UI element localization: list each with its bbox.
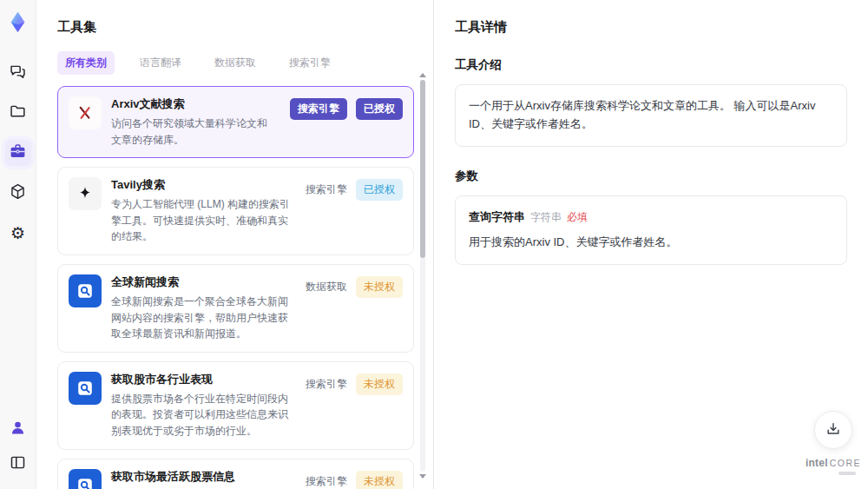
download-icon bbox=[825, 420, 842, 440]
app-window: ⚙ 工 bbox=[0, 0, 868, 489]
tool-title: Arxiv文献搜索 bbox=[111, 96, 275, 112]
category-tabs: 所有类别 语言翻译 数据获取 搜索引擎 bbox=[57, 51, 414, 75]
tool-card[interactable]: 获取股市各行业表现 提供股票市场各个行业在特定时间段内的表现。投资者可以利用这些… bbox=[57, 361, 414, 450]
brand-core-text: CORE bbox=[830, 458, 861, 468]
category-tab[interactable]: 语言翻译 bbox=[132, 51, 189, 75]
news-search-icon bbox=[69, 372, 102, 405]
brand-intel-text: intel bbox=[806, 457, 828, 469]
auth-status-badge: 未授权 bbox=[356, 471, 403, 489]
category-badge: 搜索引擎 bbox=[306, 182, 347, 197]
sparkle-icon bbox=[69, 177, 102, 210]
tool-detail-panel: 工具详情 工具介绍 一个用于从Arxiv存储库搜索科学论文和文章的工具。 输入可… bbox=[434, 0, 868, 489]
intro-text: 一个用于从Arxiv存储库搜索科学论文和文章的工具。 输入可以是Arxiv ID… bbox=[469, 99, 815, 130]
category-badge: 数据获取 bbox=[306, 280, 347, 294]
gear-icon: ⚙ bbox=[10, 225, 25, 241]
auth-status-badge: 未授权 bbox=[356, 276, 403, 298]
sidebar-item-plugins[interactable] bbox=[5, 180, 31, 206]
tool-description: 访问各个研究领域大量科学论文和文章的存储库。 bbox=[111, 116, 275, 148]
sidebar-item-files[interactable] bbox=[5, 100, 31, 126]
download-button[interactable] bbox=[814, 411, 852, 449]
intel-core-logo: intelCORE bbox=[806, 457, 858, 475]
scrollbar[interactable] bbox=[420, 73, 425, 479]
tool-description: 全球新闻搜索是一个聚合全球各大新闻网站内容的搜索引擎，帮助用户快速获取全球最新资… bbox=[111, 294, 291, 342]
sidebar-nav: ⚙ bbox=[5, 60, 31, 246]
news-search-icon bbox=[69, 274, 102, 307]
page-title: 工具集 bbox=[57, 19, 414, 36]
tool-description: 提供股票市场各个行业在特定时间段内的表现。投资者可以利用这些信息来识别表现优于或… bbox=[111, 391, 291, 439]
sidebar: ⚙ bbox=[0, 0, 36, 489]
tool-title: 获取股市各行业表现 bbox=[111, 372, 291, 387]
folder-icon bbox=[9, 102, 27, 123]
param-type: 字符串 bbox=[530, 211, 562, 223]
tool-title: Tavily搜索 bbox=[111, 177, 291, 193]
tool-title: 获取市场最活跃股票信息 bbox=[111, 469, 291, 485]
param-name: 查询字符串 bbox=[469, 210, 525, 223]
param-header: 查询字符串字符串必填 bbox=[469, 208, 833, 227]
scrollbar-thumb[interactable] bbox=[420, 80, 425, 258]
category-badge: 搜索引擎 bbox=[290, 98, 347, 120]
detail-title: 工具详情 bbox=[455, 19, 847, 36]
panel-toggle-icon bbox=[9, 453, 27, 474]
app-logo-icon bbox=[6, 10, 30, 34]
tool-title: 全球新闻搜索 bbox=[111, 274, 291, 290]
tool-card[interactable]: Tavily搜索 专为人工智能代理 (LLM) 构建的搜索引擎工具。可快速提供实… bbox=[57, 167, 414, 255]
param-required-badge: 必填 bbox=[567, 211, 588, 223]
scroll-down-arrow-icon[interactable] bbox=[419, 474, 426, 479]
tool-card[interactable]: 获取市场最活跃股票信息 提供当天交易量最高的股票列表。投资者可以利用这些信息来识… bbox=[57, 459, 414, 489]
auth-status-badge: 已授权 bbox=[356, 98, 403, 120]
cube-icon bbox=[9, 182, 27, 203]
sidebar-item-tools[interactable] bbox=[5, 140, 31, 166]
category-tab[interactable]: 所有类别 bbox=[57, 51, 115, 75]
auth-status-badge: 已授权 bbox=[356, 179, 403, 201]
brand-ultra-mark bbox=[838, 472, 856, 475]
scroll-up-arrow-icon[interactable] bbox=[419, 73, 426, 77]
param-box: 查询字符串字符串必填 用于搜索的Arxiv ID、关键字或作者姓名。 bbox=[455, 195, 847, 266]
chat-icon bbox=[9, 63, 27, 83]
tool-card[interactable]: Arxiv文献搜索 访问各个研究领域大量科学论文和文章的存储库。 搜索引擎 已授… bbox=[57, 86, 414, 158]
toolbox-icon bbox=[9, 142, 27, 163]
sidebar-item-settings[interactable]: ⚙ bbox=[5, 220, 31, 246]
intro-heading: 工具介绍 bbox=[455, 57, 847, 73]
tool-description: 专为人工智能代理 (LLM) 构建的搜索引擎工具。可快速提供实时、准确和真实的结… bbox=[111, 196, 291, 245]
category-tab[interactable]: 数据获取 bbox=[207, 51, 264, 75]
category-badge: 搜索引擎 bbox=[306, 377, 347, 392]
auth-status-badge: 未授权 bbox=[356, 373, 403, 395]
scrollbar-track[interactable] bbox=[420, 80, 425, 472]
intro-box: 一个用于从Arxiv存储库搜索科学论文和文章的工具。 输入可以是Arxiv ID… bbox=[455, 84, 847, 147]
category-tab[interactable]: 搜索引擎 bbox=[281, 51, 339, 75]
arxiv-icon bbox=[69, 96, 102, 129]
param-description: 用于搜索的Arxiv ID、关键字或作者姓名。 bbox=[469, 234, 833, 252]
sidebar-bottom bbox=[5, 416, 31, 477]
news-search-icon bbox=[69, 469, 102, 489]
collapse-panel-button[interactable] bbox=[5, 451, 31, 477]
user-icon bbox=[9, 419, 27, 439]
tool-list: Arxiv文献搜索 访问各个研究领域大量科学论文和文章的存储库。 搜索引擎 已授… bbox=[57, 86, 414, 489]
params-heading: 参数 bbox=[455, 169, 847, 184]
tool-list-panel: 工具集 所有类别 语言翻译 数据获取 搜索引擎 Arxiv文献搜索 访问各个研究… bbox=[36, 0, 434, 489]
user-account-button[interactable] bbox=[5, 416, 31, 442]
sidebar-item-chat[interactable] bbox=[5, 60, 31, 86]
category-badge: 搜索引擎 bbox=[306, 474, 347, 489]
tool-card[interactable]: 全球新闻搜索 全球新闻搜索是一个聚合全球各大新闻网站内容的搜索引擎，帮助用户快速… bbox=[57, 264, 414, 353]
